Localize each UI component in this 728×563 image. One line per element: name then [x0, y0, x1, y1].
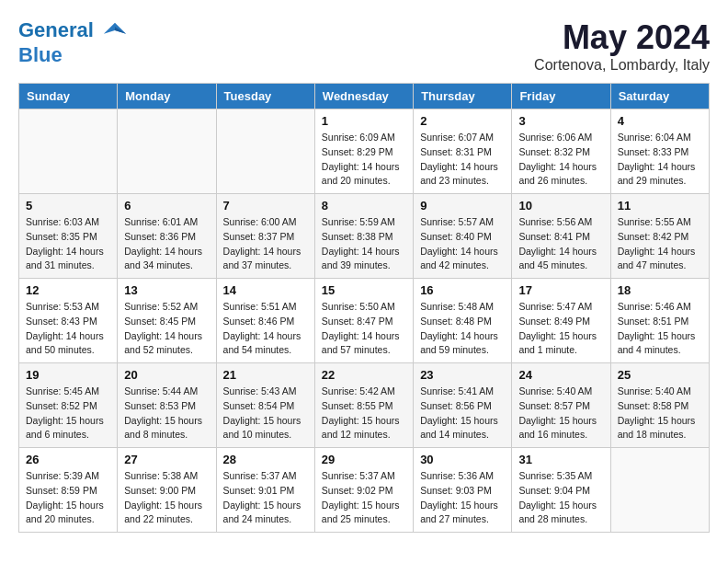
weekday-header-monday: Monday [118, 84, 216, 109]
day-number: 4 [618, 114, 702, 128]
calendar-cell: 12Sunrise: 5:53 AMSunset: 8:43 PMDayligh… [19, 279, 118, 363]
calendar-cell: 28Sunrise: 5:37 AMSunset: 9:01 PMDayligh… [216, 448, 314, 533]
day-number: 14 [223, 283, 308, 297]
svg-marker-1 [115, 27, 126, 33]
day-info: Sunrise: 5:50 AMSunset: 8:47 PMDaylight:… [322, 300, 406, 358]
month-title: May 2024 [534, 18, 710, 57]
calendar-cell: 8Sunrise: 5:59 AMSunset: 8:38 PMDaylight… [314, 194, 413, 279]
day-info: Sunrise: 5:40 AMSunset: 8:58 PMDaylight:… [618, 385, 702, 442]
calendar-cell: 1Sunrise: 6:09 AMSunset: 8:29 PMDaylight… [314, 109, 413, 194]
day-number: 2 [420, 114, 505, 128]
title-block: May 2024 Cortenova, Lombardy, Italy [534, 18, 710, 74]
calendar-week-row: 12Sunrise: 5:53 AMSunset: 8:43 PMDayligh… [19, 279, 710, 363]
day-number: 15 [322, 283, 406, 297]
day-number: 24 [518, 368, 603, 382]
weekday-header-row: SundayMondayTuesdayWednesdayThursdayFrid… [19, 84, 710, 109]
day-number: 26 [26, 453, 110, 466]
weekday-header-wednesday: Wednesday [314, 84, 413, 109]
day-info: Sunrise: 6:09 AMSunset: 8:29 PMDaylight:… [322, 131, 406, 189]
calendar-cell [216, 109, 314, 194]
weekday-header-friday: Friday [512, 84, 610, 109]
day-info: Sunrise: 5:36 AMSunset: 9:03 PMDaylight:… [420, 469, 505, 527]
weekday-header-sunday: Sunday [19, 84, 118, 109]
day-number: 28 [223, 453, 308, 466]
day-number: 27 [124, 453, 209, 466]
logo: General Blue [18, 18, 128, 66]
day-info: Sunrise: 5:53 AMSunset: 8:43 PMDaylight:… [26, 300, 110, 358]
day-info: Sunrise: 5:44 AMSunset: 8:53 PMDaylight:… [124, 385, 209, 442]
logo-general: General [18, 18, 94, 41]
day-info: Sunrise: 5:46 AMSunset: 8:51 PMDaylight:… [618, 300, 702, 358]
day-number: 1 [322, 114, 406, 128]
logo-blue: Blue [18, 43, 63, 66]
calendar-cell: 19Sunrise: 5:45 AMSunset: 8:52 PMDayligh… [19, 363, 118, 448]
day-number: 31 [518, 453, 603, 466]
calendar-week-row: 5Sunrise: 6:03 AMSunset: 8:35 PMDaylight… [19, 194, 710, 279]
page-header: General Blue May 2024 Cortenova, Lombard… [18, 18, 710, 74]
calendar-cell: 13Sunrise: 5:52 AMSunset: 8:45 PMDayligh… [118, 279, 216, 363]
location: Cortenova, Lombardy, Italy [534, 57, 710, 74]
weekday-header-tuesday: Tuesday [216, 84, 314, 109]
day-number: 12 [26, 283, 110, 297]
day-info: Sunrise: 5:51 AMSunset: 8:46 PMDaylight:… [223, 300, 308, 358]
day-number: 29 [322, 453, 406, 466]
calendar-cell: 24Sunrise: 5:40 AMSunset: 8:57 PMDayligh… [512, 363, 610, 448]
calendar-cell: 6Sunrise: 6:01 AMSunset: 8:36 PMDaylight… [118, 194, 216, 279]
day-info: Sunrise: 5:52 AMSunset: 8:45 PMDaylight:… [124, 300, 209, 358]
day-info: Sunrise: 5:35 AMSunset: 9:04 PMDaylight:… [518, 469, 603, 527]
day-number: 16 [420, 283, 505, 297]
calendar-cell: 9Sunrise: 5:57 AMSunset: 8:40 PMDaylight… [414, 194, 512, 279]
day-number: 6 [124, 199, 209, 213]
day-number: 21 [223, 368, 308, 382]
weekday-header-thursday: Thursday [414, 84, 512, 109]
calendar-cell: 10Sunrise: 5:56 AMSunset: 8:41 PMDayligh… [512, 194, 610, 279]
calendar-week-row: 1Sunrise: 6:09 AMSunset: 8:29 PMDaylight… [19, 109, 710, 194]
calendar-cell: 16Sunrise: 5:48 AMSunset: 8:48 PMDayligh… [414, 279, 512, 363]
calendar-cell: 4Sunrise: 6:04 AMSunset: 8:33 PMDaylight… [610, 109, 709, 194]
calendar-cell: 29Sunrise: 5:37 AMSunset: 9:02 PMDayligh… [314, 448, 413, 533]
calendar-cell: 23Sunrise: 5:41 AMSunset: 8:56 PMDayligh… [414, 363, 512, 448]
day-info: Sunrise: 5:48 AMSunset: 8:48 PMDaylight:… [420, 300, 505, 358]
day-info: Sunrise: 5:59 AMSunset: 8:38 PMDaylight:… [322, 215, 406, 273]
day-number: 7 [223, 199, 308, 213]
day-number: 18 [618, 283, 702, 297]
day-info: Sunrise: 6:03 AMSunset: 8:35 PMDaylight:… [26, 215, 110, 273]
day-info: Sunrise: 5:47 AMSunset: 8:49 PMDaylight:… [518, 300, 603, 358]
day-info: Sunrise: 5:57 AMSunset: 8:40 PMDaylight:… [420, 215, 505, 273]
day-number: 20 [124, 368, 209, 382]
calendar-cell: 17Sunrise: 5:47 AMSunset: 8:49 PMDayligh… [512, 279, 610, 363]
calendar-cell: 22Sunrise: 5:42 AMSunset: 8:55 PMDayligh… [314, 363, 413, 448]
day-number: 23 [420, 368, 505, 382]
day-number: 30 [420, 453, 505, 466]
calendar-cell [19, 109, 118, 194]
day-number: 9 [420, 199, 505, 213]
calendar-week-row: 19Sunrise: 5:45 AMSunset: 8:52 PMDayligh… [19, 363, 710, 448]
calendar-cell: 31Sunrise: 5:35 AMSunset: 9:04 PMDayligh… [512, 448, 610, 533]
day-info: Sunrise: 5:55 AMSunset: 8:42 PMDaylight:… [618, 215, 702, 273]
day-number: 3 [518, 114, 603, 128]
calendar-cell: 7Sunrise: 6:00 AMSunset: 8:37 PMDaylight… [216, 194, 314, 279]
day-number: 10 [518, 199, 603, 213]
day-info: Sunrise: 5:43 AMSunset: 8:54 PMDaylight:… [223, 385, 308, 442]
day-info: Sunrise: 5:41 AMSunset: 8:56 PMDaylight:… [420, 385, 505, 442]
calendar-cell [118, 109, 216, 194]
calendar-cell: 18Sunrise: 5:46 AMSunset: 8:51 PMDayligh… [610, 279, 709, 363]
day-number: 5 [26, 199, 110, 213]
day-info: Sunrise: 6:07 AMSunset: 8:31 PMDaylight:… [420, 131, 505, 189]
day-info: Sunrise: 5:37 AMSunset: 9:01 PMDaylight:… [223, 469, 308, 527]
calendar-week-row: 26Sunrise: 5:39 AMSunset: 8:59 PMDayligh… [19, 448, 710, 533]
day-info: Sunrise: 6:00 AMSunset: 8:37 PMDaylight:… [223, 215, 308, 273]
calendar-cell: 26Sunrise: 5:39 AMSunset: 8:59 PMDayligh… [19, 448, 118, 533]
day-number: 8 [322, 199, 406, 213]
calendar-cell: 25Sunrise: 5:40 AMSunset: 8:58 PMDayligh… [610, 363, 709, 448]
day-number: 11 [618, 199, 702, 213]
calendar-cell [610, 448, 709, 533]
day-number: 22 [322, 368, 406, 382]
calendar-cell: 30Sunrise: 5:36 AMSunset: 9:03 PMDayligh… [414, 448, 512, 533]
calendar-cell: 21Sunrise: 5:43 AMSunset: 8:54 PMDayligh… [216, 363, 314, 448]
day-info: Sunrise: 5:38 AMSunset: 9:00 PMDaylight:… [124, 469, 209, 527]
day-info: Sunrise: 6:01 AMSunset: 8:36 PMDaylight:… [124, 215, 209, 273]
calendar-cell: 15Sunrise: 5:50 AMSunset: 8:47 PMDayligh… [314, 279, 413, 363]
day-info: Sunrise: 5:37 AMSunset: 9:02 PMDaylight:… [322, 469, 406, 527]
calendar-cell: 2Sunrise: 6:07 AMSunset: 8:31 PMDaylight… [414, 109, 512, 194]
